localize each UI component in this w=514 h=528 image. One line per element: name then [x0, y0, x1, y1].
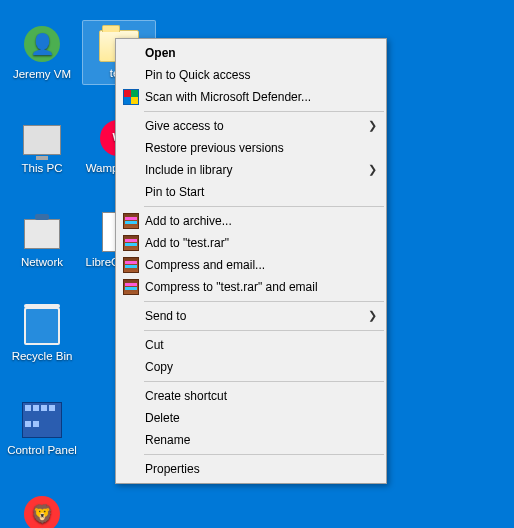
menu-item-rename[interactable]: Rename — [117, 429, 385, 451]
menu-label: Add to archive... — [145, 214, 232, 228]
menu-label: Scan with Microsoft Defender... — [145, 90, 311, 104]
menu-label: Give access to — [145, 119, 224, 133]
menu-item-scan-defender[interactable]: Scan with Microsoft Defender... — [117, 86, 385, 108]
defender-icon — [123, 89, 139, 105]
menu-label: Compress to "test.rar" and email — [145, 280, 318, 294]
desktop-icon-brave[interactable]: 🦁 Brave — [6, 494, 78, 528]
menu-separator — [144, 330, 384, 331]
icon-label: Control Panel — [6, 444, 78, 457]
menu-label: Compress and email... — [145, 258, 265, 272]
desktop-icon-this-pc[interactable]: This PC — [6, 118, 78, 175]
menu-label: Copy — [145, 360, 173, 374]
chevron-right-icon: ❯ — [368, 309, 377, 322]
icon-label: This PC — [6, 162, 78, 175]
menu-separator — [144, 206, 384, 207]
winrar-icon — [123, 235, 139, 251]
menu-item-create-shortcut[interactable]: Create shortcut — [117, 385, 385, 407]
menu-item-pin-to-start[interactable]: Pin to Start — [117, 181, 385, 203]
pc-icon — [23, 125, 61, 155]
menu-label: Open — [145, 46, 176, 60]
menu-label: Pin to Quick access — [145, 68, 250, 82]
network-icon — [24, 219, 60, 249]
menu-label: Restore previous versions — [145, 141, 284, 155]
menu-item-include-in-library[interactable]: Include in library ❯ — [117, 159, 385, 181]
menu-item-properties[interactable]: Properties — [117, 458, 385, 480]
menu-item-compress-and-email[interactable]: Compress and email... — [117, 254, 385, 276]
desktop-icon-jeremy-vm[interactable]: Jeremy VM — [6, 24, 78, 81]
desktop-icon-control-panel[interactable]: Control Panel — [6, 400, 78, 457]
menu-separator — [144, 301, 384, 302]
chevron-right-icon: ❯ — [368, 163, 377, 176]
brave-icon: 🦁 — [24, 496, 60, 528]
menu-label: Add to "test.rar" — [145, 236, 229, 250]
menu-separator — [144, 381, 384, 382]
menu-label: Cut — [145, 338, 164, 352]
menu-item-copy[interactable]: Copy — [117, 356, 385, 378]
menu-item-add-to-test-rar[interactable]: Add to "test.rar" — [117, 232, 385, 254]
menu-item-give-access-to[interactable]: Give access to ❯ — [117, 115, 385, 137]
menu-item-pin-quick-access[interactable]: Pin to Quick access — [117, 64, 385, 86]
user-avatar-icon — [24, 26, 60, 62]
menu-separator — [144, 454, 384, 455]
chevron-right-icon: ❯ — [368, 119, 377, 132]
menu-separator — [144, 111, 384, 112]
menu-item-delete[interactable]: Delete — [117, 407, 385, 429]
winrar-icon — [123, 257, 139, 273]
context-menu: Open Pin to Quick access Scan with Micro… — [115, 38, 387, 484]
winrar-icon — [123, 213, 139, 229]
desktop: Jeremy VM This PC Network Recycle Bin Co… — [0, 0, 514, 528]
menu-label: Include in library — [145, 163, 232, 177]
menu-item-add-to-archive[interactable]: Add to archive... — [117, 210, 385, 232]
menu-item-send-to[interactable]: Send to ❯ — [117, 305, 385, 327]
icon-label: Network — [6, 256, 78, 269]
desktop-icon-network[interactable]: Network — [6, 212, 78, 269]
menu-label: Properties — [145, 462, 200, 476]
menu-label: Rename — [145, 433, 190, 447]
menu-item-restore-previous[interactable]: Restore previous versions — [117, 137, 385, 159]
menu-label: Send to — [145, 309, 186, 323]
menu-item-open[interactable]: Open — [117, 42, 385, 64]
icon-label: Jeremy VM — [6, 68, 78, 81]
winrar-icon — [123, 279, 139, 295]
menu-item-cut[interactable]: Cut — [117, 334, 385, 356]
menu-label: Create shortcut — [145, 389, 227, 403]
menu-item-compress-test-rar-email[interactable]: Compress to "test.rar" and email — [117, 276, 385, 298]
desktop-icon-recycle-bin[interactable]: Recycle Bin — [6, 306, 78, 363]
menu-label: Delete — [145, 411, 180, 425]
control-panel-icon — [22, 402, 62, 438]
icon-label: Recycle Bin — [6, 350, 78, 363]
menu-label: Pin to Start — [145, 185, 204, 199]
recycle-bin-icon — [24, 307, 60, 345]
